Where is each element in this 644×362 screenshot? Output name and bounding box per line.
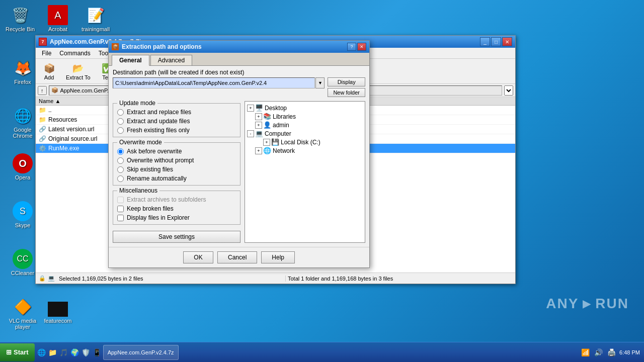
disk-icon: 💾 <box>271 138 279 146</box>
taskbar-chrome-icon[interactable]: 🌍 <box>70 347 80 357</box>
tab-general[interactable]: General <box>112 55 149 66</box>
dialog-help-btn[interactable]: ? <box>347 43 356 51</box>
update-mode-group: Update mode Extract and replace files Ex… <box>113 103 240 137</box>
miscellaneous-group: Miscellaneous Extract archives to subfol… <box>113 191 240 225</box>
expand-icon: + <box>255 113 262 120</box>
dest-path-input[interactable] <box>113 77 315 88</box>
dialog-titlebar: 📦 Extraction path and options ? ✕ <box>109 41 369 53</box>
tray-icon-network: 📶 <box>580 347 590 357</box>
update-mode-options: Extract and replace files Extract and up… <box>117 109 236 134</box>
desktop-icon-recycle-bin[interactable]: 🗑️ Recycle Bin <box>3 5 38 32</box>
radio-overwrite-without[interactable]: Overwrite without prompt <box>117 157 236 164</box>
taskbar-ie-icon[interactable]: 🌐 <box>37 347 47 357</box>
overwrite-mode-title: Overwrite mode <box>117 139 164 146</box>
tree-view: + 🖥️ Desktop + 📚 Libraries + 👤 admi <box>245 102 365 157</box>
network-icon: 🌐 <box>263 147 271 154</box>
address-dropdown[interactable] <box>504 85 513 96</box>
extract-icon: 📂 <box>72 62 84 74</box>
tray-icon-print: 🖨️ <box>606 347 616 357</box>
cb-keep-broken[interactable]: Keep broken files <box>117 205 236 212</box>
dialog-body: Update mode Extract and replace files Ex… <box>109 97 369 247</box>
menu-commands[interactable]: Commands <box>55 49 94 58</box>
dialog-footer: OK Cancel Help <box>109 247 369 267</box>
expand-icon: + <box>255 122 262 129</box>
folder-icon: 👤 <box>263 121 271 129</box>
tree-item-network[interactable]: + 🌐 Network <box>247 146 363 155</box>
cb-display-explorer[interactable]: Display files in Explorer <box>117 214 236 221</box>
cb-extract-subfolders[interactable]: Extract archives to subfolders <box>117 196 236 203</box>
tree-item-local-disk[interactable]: + 💾 Local Disk (C:) <box>247 138 363 146</box>
expand-icon: + <box>247 105 254 112</box>
windows-icon: ⊞ <box>6 348 12 356</box>
toolbar-extract[interactable]: 📂 Extract To <box>61 61 95 82</box>
radio-skip-existing[interactable]: Skip existing files <box>117 166 236 173</box>
main-window-minimize[interactable]: _ <box>480 37 490 46</box>
desktop: 🗑️ Recycle Bin A Acrobat 📝 trainingmall … <box>0 0 644 342</box>
main-window-titlebar-controls: _ □ ✕ <box>480 37 512 46</box>
desktop-icon-featurecom[interactable]: featurecom <box>40 302 75 324</box>
expand-icon: + <box>255 147 262 154</box>
miscellaneous-options: Extract archives to subfolders Keep brok… <box>117 196 236 221</box>
taskbar-media-icon[interactable]: 🎵 <box>59 347 69 357</box>
tree-item-computer[interactable]: - 💻 Computer <box>247 129 363 138</box>
start-button[interactable]: ⊞ Start <box>0 343 35 361</box>
radio-extract-update[interactable]: Extract and update files <box>117 118 236 125</box>
tree-item-libraries[interactable]: + 📚 Libraries <box>247 112 363 121</box>
radio-extract-replace[interactable]: Extract and replace files <box>117 109 236 116</box>
anyrun-logo: ANY ▶ RUN <box>546 296 629 312</box>
folder-icon: 🖥️ <box>255 104 263 112</box>
add-icon: 📦 <box>43 62 55 74</box>
computer-icon: 💻 <box>255 130 263 137</box>
display-button[interactable]: Display <box>328 77 365 86</box>
taskbar-tray: 📶 🔊 🖨️ 6:48 PM <box>576 347 644 357</box>
save-settings-button[interactable]: Save settings <box>113 231 240 243</box>
miscellaneous-title: Miscellaneous <box>117 187 159 194</box>
taskbar-items: 🌐 📁 🎵 🌍 🛡️ 📱 AppNee.com.GenP.v2.4.7z <box>35 345 576 360</box>
ok-button[interactable]: OK <box>183 251 213 263</box>
tray-icon-volume: 🔊 <box>593 347 603 357</box>
radio-rename-auto[interactable]: Rename automatically <box>117 175 236 182</box>
new-folder-button[interactable]: New folder <box>328 88 365 97</box>
dialog-close-btn[interactable]: ✕ <box>357 43 366 51</box>
menu-file[interactable]: File <box>38 49 55 58</box>
dialog-titlebar-controls: ? ✕ <box>347 43 366 51</box>
dest-path-dropdown-btn[interactable]: ▼ <box>315 77 325 88</box>
update-mode-title: Update mode <box>117 100 157 107</box>
tab-advanced[interactable]: Advanced <box>150 55 192 65</box>
desktop-icon-training[interactable]: 📝 trainingmall <box>78 5 113 32</box>
expand-icon: + <box>263 139 270 146</box>
taskbar-apps-icon[interactable]: 📱 <box>92 347 102 357</box>
dialog-tree-panel: + 🖥️ Desktop + 📚 Libraries + 👤 admi <box>245 101 365 243</box>
clock: 6:48 PM <box>619 349 640 355</box>
main-window-close[interactable]: ✕ <box>502 37 512 46</box>
main-window-maximize[interactable]: □ <box>491 37 501 46</box>
folder-icon: 📚 <box>263 113 271 120</box>
taskbar-explorer-icon[interactable]: 📁 <box>48 347 58 357</box>
toolbar-add[interactable]: 📦 Add <box>38 61 60 82</box>
desktop-icon-vlc[interactable]: 🔶 VLC media player <box>5 297 40 330</box>
dest-path-label: Destination path (will be created if doe… <box>113 69 365 76</box>
cancel-button[interactable]: Cancel <box>217 251 257 263</box>
collapse-icon: - <box>247 130 254 137</box>
overwrite-mode-options: Ask before overwrite Overwrite without p… <box>117 148 236 182</box>
dialog-tab-bar: General Advanced <box>109 53 369 66</box>
tree-item-admin[interactable]: + 👤 admin <box>247 121 363 129</box>
taskbar-security-icon[interactable]: 🛡️ <box>81 347 91 357</box>
nav-up-button[interactable]: ↑ <box>38 86 47 95</box>
help-button[interactable]: Help <box>261 251 295 263</box>
status-icon1: 🔒 <box>39 275 46 282</box>
desktop-icon-acrobat[interactable]: A Acrobat <box>40 5 75 32</box>
status-left: Selected 1,169,025 bytes in 2 files <box>57 276 283 282</box>
main-window-titlebar-icon: 7 <box>39 38 47 46</box>
overwrite-mode-group: Overwrite mode Ask before overwrite Over… <box>113 142 240 186</box>
dialog-title: Extraction path and options <box>122 43 202 50</box>
taskbar: ⊞ Start 🌐 📁 🎵 🌍 🛡️ 📱 AppNee.com.GenP.v2.… <box>0 342 644 362</box>
extraction-dialog: 📦 Extraction path and options ? ✕ Genera… <box>108 40 370 268</box>
radio-fresh-existing[interactable]: Fresh existing files only <box>117 127 236 134</box>
radio-ask-before[interactable]: Ask before overwrite <box>117 148 236 155</box>
dialog-left-panel: Update mode Extract and replace files Ex… <box>113 101 240 243</box>
status-right: Total 1 folder and 1,169,168 bytes in 3 … <box>285 276 512 282</box>
tree-item-desktop[interactable]: + 🖥️ Desktop <box>247 104 363 112</box>
dialog-titlebar-icon: 📦 <box>112 43 119 50</box>
taskbar-7zip-item[interactable]: AppNee.com.GenP.v2.4.7z <box>103 345 179 360</box>
